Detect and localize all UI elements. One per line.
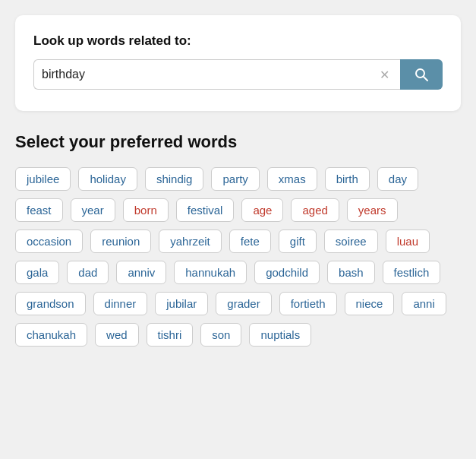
word-tag-yahrzeit[interactable]: yahrzeit [159, 230, 222, 253]
word-tag-reunion[interactable]: reunion [90, 230, 151, 253]
search-button[interactable] [400, 59, 443, 90]
word-tag-bash[interactable]: bash [327, 261, 375, 284]
words-area: jubileeholidayshindigpartyxmasbirthdayfe… [15, 167, 461, 347]
search-input[interactable] [42, 60, 377, 89]
word-tag-festlich[interactable]: festlich [383, 261, 441, 284]
word-tag-feast[interactable]: feast [15, 198, 63, 222]
word-tag-jubilar[interactable]: jubilar [155, 292, 208, 315]
word-tag-fortieth[interactable]: fortieth [279, 292, 337, 315]
section-title: Select your preferred words [15, 132, 461, 152]
word-tag-anniv[interactable]: anniv [116, 261, 166, 284]
search-label: Look up words related to: [33, 33, 443, 49]
word-tag-wed[interactable]: wed [95, 323, 139, 347]
clear-button[interactable]: ✕ [377, 65, 392, 85]
word-tag-party[interactable]: party [211, 167, 259, 191]
word-tag-godchild[interactable]: godchild [254, 261, 320, 284]
word-tag-tishri[interactable]: tishri [147, 323, 194, 347]
word-tag-day[interactable]: day [377, 167, 418, 191]
word-tag-age[interactable]: age [241, 198, 283, 222]
word-tag-occasion[interactable]: occasion [15, 230, 83, 253]
word-tag-chanukah[interactable]: chanukah [15, 323, 87, 347]
word-tag-birth[interactable]: birth [325, 167, 370, 191]
word-tag-aged[interactable]: aged [291, 198, 339, 222]
word-tag-dad[interactable]: dad [67, 261, 109, 284]
word-tag-grader[interactable]: grader [216, 292, 271, 315]
word-tag-festival[interactable]: festival [176, 198, 235, 222]
word-tag-gala[interactable]: gala [15, 261, 59, 284]
word-tag-fete[interactable]: fete [229, 230, 271, 253]
word-tag-holiday[interactable]: holiday [78, 167, 137, 191]
word-tag-hannukah[interactable]: hannukah [174, 261, 247, 284]
search-input-wrap: ✕ [33, 59, 400, 90]
word-tag-son[interactable]: son [200, 323, 241, 347]
word-tag-gift[interactable]: gift [279, 230, 317, 253]
search-icon [414, 67, 429, 82]
word-tag-born[interactable]: born [123, 198, 169, 222]
word-tag-jubilee[interactable]: jubilee [15, 167, 71, 191]
word-tag-years[interactable]: years [347, 198, 398, 222]
word-tag-year[interactable]: year [71, 198, 115, 222]
word-tag-luau[interactable]: luau [386, 230, 430, 253]
word-tag-anni[interactable]: anni [402, 292, 446, 315]
svg-line-1 [424, 77, 427, 81]
search-card: Look up words related to: ✕ [15, 15, 461, 111]
word-tag-dinner[interactable]: dinner [93, 292, 148, 315]
word-tag-shindig[interactable]: shindig [145, 167, 204, 191]
word-tag-nuptials[interactable]: nuptials [249, 323, 311, 347]
word-tag-xmas[interactable]: xmas [267, 167, 317, 191]
word-tag-niece[interactable]: niece [345, 292, 395, 315]
word-tag-grandson[interactable]: grandson [15, 292, 86, 315]
word-tag-soiree[interactable]: soiree [324, 230, 378, 253]
words-section: Select your preferred words jubileeholid… [15, 132, 461, 347]
